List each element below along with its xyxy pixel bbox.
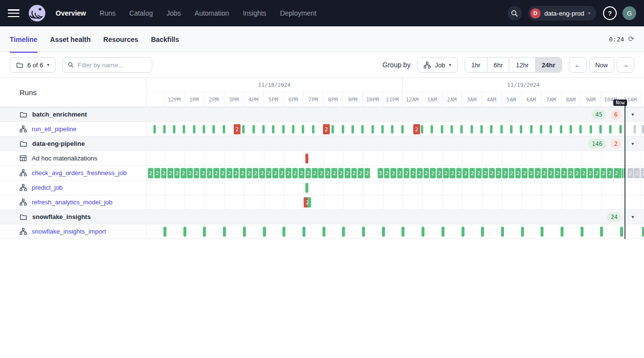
run-marker[interactable]: 2 bbox=[194, 168, 200, 178]
run-marker[interactable]: 2 bbox=[214, 168, 220, 178]
run-marker[interactable]: 2 bbox=[226, 168, 232, 178]
search-button[interactable] bbox=[507, 6, 522, 20]
run-marker[interactable]: 2 bbox=[167, 168, 173, 178]
run-marker[interactable]: 2 bbox=[456, 168, 462, 178]
run-marker[interactable]: 2 bbox=[581, 168, 587, 178]
run-marker[interactable]: 2 bbox=[338, 168, 344, 178]
run-marker[interactable]: 2 bbox=[509, 168, 515, 178]
run-marker[interactable] bbox=[530, 125, 532, 133]
run-marker[interactable]: 2 bbox=[384, 168, 390, 178]
refresh-icon[interactable]: ⟳ bbox=[628, 35, 634, 43]
run-marker[interactable] bbox=[213, 125, 215, 133]
run-marker[interactable] bbox=[500, 125, 503, 133]
run-marker[interactable] bbox=[541, 227, 543, 237]
run-marker[interactable]: 2 bbox=[483, 168, 488, 178]
run-marker[interactable] bbox=[620, 227, 623, 237]
job-name-link[interactable]: refresh_analytics_model_job bbox=[32, 199, 112, 206]
run-marker[interactable]: 2 bbox=[413, 124, 420, 134]
run-marker[interactable]: 2 bbox=[528, 168, 534, 178]
repo-selector-button[interactable]: 6 of 6 ▾ bbox=[10, 57, 56, 73]
run-marker[interactable]: 2 bbox=[148, 168, 154, 178]
run-marker[interactable] bbox=[242, 125, 245, 133]
run-marker[interactable]: 2 bbox=[410, 168, 416, 178]
run-marker[interactable]: 2 bbox=[437, 168, 443, 178]
run-marker[interactable] bbox=[362, 125, 364, 133]
now-button[interactable]: Now bbox=[589, 57, 614, 73]
run-marker[interactable] bbox=[470, 125, 473, 133]
help-button[interactable]: ? bbox=[603, 6, 617, 20]
run-marker[interactable] bbox=[642, 227, 644, 237]
run-marker[interactable]: 2 bbox=[404, 168, 410, 178]
run-marker[interactable] bbox=[510, 125, 513, 133]
job-name-link[interactable]: predict_job bbox=[32, 184, 63, 191]
run-marker[interactable] bbox=[401, 125, 403, 133]
nav-item-insights[interactable]: Insights bbox=[243, 9, 266, 17]
run-marker[interactable] bbox=[391, 125, 394, 133]
tab-backfills[interactable]: Backfills bbox=[151, 26, 179, 52]
run-marker[interactable]: 2 bbox=[417, 168, 423, 178]
run-marker[interactable]: 2 bbox=[279, 168, 285, 178]
run-marker[interactable]: 2 bbox=[607, 168, 613, 178]
run-marker[interactable]: 2 bbox=[568, 168, 574, 178]
run-marker[interactable] bbox=[550, 125, 552, 133]
run-marker[interactable]: 2 bbox=[423, 168, 429, 178]
run-marker[interactable]: 2 bbox=[207, 168, 213, 178]
run-marker[interactable] bbox=[223, 227, 226, 237]
run-marker[interactable]: 2 bbox=[391, 168, 397, 178]
run-marker[interactable] bbox=[402, 227, 404, 237]
run-marker[interactable]: 2 bbox=[443, 168, 449, 178]
run-marker[interactable] bbox=[272, 125, 275, 133]
run-marker[interactable]: 2 bbox=[181, 168, 186, 178]
range-12hr-button[interactable]: 12hr bbox=[509, 58, 535, 72]
run-marker[interactable]: 2 bbox=[161, 168, 167, 178]
avatar[interactable]: G bbox=[623, 6, 636, 20]
run-marker[interactable] bbox=[222, 125, 225, 133]
run-marker[interactable] bbox=[569, 125, 572, 133]
run-marker[interactable] bbox=[342, 125, 344, 133]
row-label-batch-enrichment[interactable]: batch_enrichment bbox=[0, 107, 87, 121]
page-next-button[interactable]: → bbox=[617, 57, 634, 73]
run-marker[interactable]: 2 bbox=[561, 168, 567, 178]
run-marker[interactable]: 2 bbox=[358, 168, 363, 178]
run-marker[interactable] bbox=[203, 227, 206, 237]
run-marker[interactable]: 2 bbox=[496, 168, 502, 178]
run-marker[interactable]: 2 bbox=[594, 168, 600, 178]
run-marker[interactable]: 2 bbox=[240, 168, 245, 178]
run-marker[interactable] bbox=[462, 227, 464, 237]
run-marker[interactable] bbox=[581, 227, 584, 237]
run-marker[interactable] bbox=[292, 125, 294, 133]
run-marker[interactable]: 2 bbox=[502, 168, 508, 178]
run-marker[interactable]: 2 bbox=[323, 124, 330, 134]
range-24hr-button[interactable]: 24hr bbox=[535, 58, 562, 72]
run-marker[interactable]: 2 bbox=[332, 168, 338, 178]
run-marker[interactable]: 2 bbox=[266, 168, 272, 178]
run-marker[interactable] bbox=[203, 125, 205, 133]
run-marker[interactable]: 2 bbox=[450, 168, 456, 178]
run-marker[interactable]: 2 bbox=[187, 168, 193, 178]
run-marker[interactable]: 2 bbox=[463, 168, 469, 178]
run-marker[interactable] bbox=[561, 227, 564, 237]
run-marker[interactable] bbox=[183, 125, 185, 133]
run-marker[interactable]: 2 bbox=[489, 168, 495, 178]
run-marker[interactable] bbox=[302, 227, 305, 237]
run-marker[interactable] bbox=[252, 125, 255, 133]
run-marker[interactable] bbox=[305, 183, 308, 193]
run-marker[interactable]: 2 bbox=[345, 168, 351, 178]
run-marker[interactable] bbox=[371, 125, 374, 133]
run-marker[interactable] bbox=[302, 125, 304, 133]
run-marker[interactable] bbox=[153, 125, 156, 133]
run-marker[interactable]: 2 bbox=[634, 168, 640, 178]
run-marker[interactable]: 2 bbox=[548, 168, 554, 178]
run-marker[interactable] bbox=[634, 125, 636, 133]
run-marker[interactable] bbox=[193, 125, 195, 133]
run-marker[interactable]: 2 bbox=[201, 168, 206, 178]
run-marker[interactable] bbox=[461, 125, 463, 133]
run-marker[interactable] bbox=[342, 227, 345, 237]
run-marker[interactable]: 2 bbox=[555, 168, 561, 178]
run-marker[interactable] bbox=[619, 168, 621, 178]
run-marker[interactable]: 2 bbox=[627, 168, 633, 178]
run-marker[interactable] bbox=[619, 125, 622, 133]
run-marker[interactable] bbox=[422, 227, 424, 237]
run-marker[interactable] bbox=[501, 227, 504, 237]
run-marker[interactable]: 2 bbox=[292, 168, 298, 178]
